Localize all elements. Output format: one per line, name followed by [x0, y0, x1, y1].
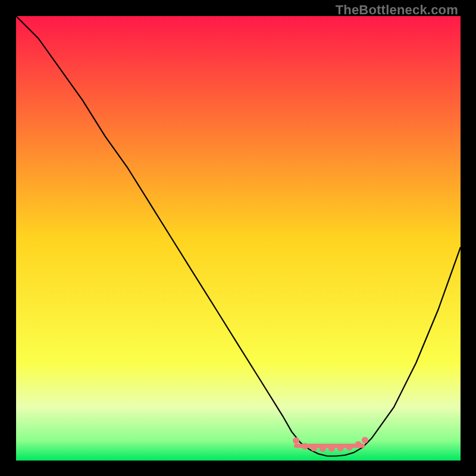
optimum-marker [311, 445, 317, 452]
optimum-marker [355, 441, 362, 448]
optimum-marker [362, 437, 368, 443]
optimum-marker [328, 445, 335, 452]
optimum-marker [346, 444, 353, 450]
chart-svg [16, 16, 461, 461]
optimum-marker [302, 443, 308, 450]
optimum-marker [320, 445, 326, 452]
optimum-marker [337, 445, 344, 452]
gradient-background [16, 16, 461, 461]
optimum-marker [293, 437, 299, 444]
chart-plot-area [16, 16, 461, 461]
